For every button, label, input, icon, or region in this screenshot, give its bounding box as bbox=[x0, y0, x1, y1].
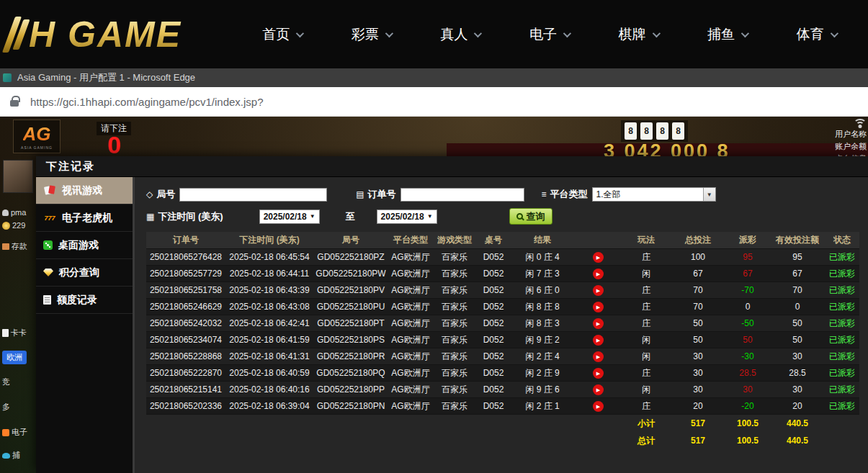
play-icon: ▶ bbox=[596, 321, 600, 326]
bg-menu-item[interactable]: 捕 bbox=[2, 450, 35, 461]
bg-menu-item[interactable]: 229 bbox=[2, 221, 35, 230]
window-titlebar[interactable]: Asia Gaming - 用户配置 1 - Microsoft Edge bbox=[0, 68, 868, 87]
column-header: 总投注 bbox=[671, 234, 725, 246]
bg-menu-item[interactable]: 竞 bbox=[2, 377, 35, 387]
chevron-down-icon bbox=[652, 29, 660, 37]
info-label: 账户余额 bbox=[835, 141, 867, 152]
site-favicon-icon bbox=[3, 73, 12, 82]
column-header: 平台类型 bbox=[388, 234, 433, 246]
order-number-input[interactable] bbox=[401, 188, 524, 202]
calendar-icon: ▦ bbox=[146, 212, 154, 222]
dropdown-arrow-icon[interactable]: ▼ bbox=[703, 188, 715, 201]
table-row: 250218065202336 2025-02-18 06:39:04 GD05… bbox=[146, 398, 859, 415]
platform-type-select[interactable]: 1.全部 ▼ bbox=[592, 187, 716, 202]
bg-menu-item[interactable]: pma bbox=[2, 208, 35, 217]
column-header: 订单号 bbox=[146, 234, 225, 246]
play-video-button[interactable]: ▶ bbox=[593, 401, 604, 412]
play-icon: ▶ bbox=[596, 255, 600, 260]
search-button[interactable]: 查询 bbox=[509, 208, 552, 225]
play-video-button[interactable]: ▶ bbox=[593, 384, 604, 395]
play-icon: ▶ bbox=[596, 338, 600, 343]
wifi-icon bbox=[854, 119, 867, 127]
table-row: 250218065246629 2025-02-18 06:43:08 GD05… bbox=[146, 299, 859, 315]
table-row: 250218065251758 2025-02-18 06:43:39 GD05… bbox=[146, 282, 859, 299]
modal-sidebar: 视讯游戏 电子老虎机 桌面游戏 积分查询 额度记录 bbox=[36, 177, 135, 473]
table-row: 250218065234074 2025-02-18 06:41:59 GD05… bbox=[146, 332, 859, 348]
play-video-button[interactable]: ▶ bbox=[593, 302, 604, 312]
doc-icon bbox=[43, 295, 51, 305]
play-video-button[interactable]: ▶ bbox=[593, 252, 604, 263]
playing-card: 8 bbox=[672, 122, 684, 140]
bet-records-modal: 下注记录 视讯游戏 电子老虎机 桌面游戏 积分查询 额度记录 ◇ 局号 bbox=[36, 156, 868, 473]
play-icon: ▶ bbox=[596, 271, 600, 276]
slots-icon bbox=[43, 215, 56, 222]
fish-icon bbox=[2, 453, 10, 459]
filter-row-2: ▦ 下注时间 (美东) 2025/02/18 至 2025/02/18 查询 bbox=[146, 208, 862, 225]
sidebar-item-gem[interactable]: 积分查询 bbox=[36, 259, 133, 287]
chevron-down-icon bbox=[563, 29, 571, 37]
info-label: 用户名称 bbox=[835, 129, 867, 140]
play-video-button[interactable]: ▶ bbox=[593, 351, 604, 362]
playing-card: 8 bbox=[640, 122, 653, 140]
nav-item[interactable]: 捕鱼 bbox=[707, 25, 747, 44]
records-content: ◇ 局号 ▤ 订单号 ≡ 平台类型 bbox=[135, 177, 868, 473]
bet-time-label: ▦ 下注时间 (美东) bbox=[146, 210, 223, 223]
date-from-select[interactable]: 2025/02/18 bbox=[259, 210, 320, 224]
person-icon bbox=[2, 210, 9, 216]
to-label: 至 bbox=[346, 210, 355, 223]
playing-card: 8 bbox=[625, 122, 637, 140]
bg-menu-item[interactable]: 存款 bbox=[2, 241, 35, 252]
chevron-down-icon bbox=[296, 29, 304, 37]
round-number-input[interactable] bbox=[179, 188, 327, 202]
sidebar-item-dice[interactable]: 桌面游戏 bbox=[36, 232, 133, 259]
order-number-label: ▤ 订单号 bbox=[356, 188, 395, 201]
date-to-select[interactable]: 2025/02/18 bbox=[377, 210, 437, 224]
play-video-button[interactable]: ▶ bbox=[593, 368, 604, 379]
records-tbody: 250218065276428 2025-02-18 06:45:54 GD05… bbox=[146, 249, 859, 415]
chevron-down-icon bbox=[385, 29, 393, 37]
box-icon bbox=[2, 243, 9, 250]
play-icon: ▶ bbox=[596, 305, 600, 310]
nav-item[interactable]: 棋牌 bbox=[619, 25, 658, 44]
nav-item[interactable]: 电子 bbox=[529, 25, 569, 44]
modal-body: 视讯游戏 电子老虎机 桌面游戏 积分查询 额度记录 ◇ 局号 ▤ bbox=[36, 177, 868, 473]
card-icon bbox=[2, 329, 9, 337]
play-video-button[interactable]: ▶ bbox=[593, 318, 604, 329]
chevron-down-icon bbox=[830, 29, 838, 37]
bg-menu-item[interactable]: 电子 bbox=[2, 427, 35, 438]
nav-item[interactable]: 首页 bbox=[262, 25, 302, 44]
dealer-cards: 8888 bbox=[621, 120, 688, 142]
playing-card: 8 bbox=[656, 122, 668, 140]
bg-menu-item[interactable]: 多 bbox=[2, 402, 35, 413]
window-title: Asia Gaming - 用户配置 1 - Microsoft Edge bbox=[17, 71, 195, 84]
bg-menu-item[interactable]: 卡卡 bbox=[2, 328, 35, 338]
dice-icon bbox=[43, 240, 53, 250]
play-video-button[interactable]: ▶ bbox=[593, 335, 604, 346]
nav-item[interactable]: 彩票 bbox=[352, 25, 391, 44]
lock-icon[interactable] bbox=[10, 100, 19, 107]
table-row: 250218065222870 2025-02-18 06:40:59 GD05… bbox=[146, 365, 859, 382]
list-icon: ≡ bbox=[542, 189, 547, 199]
nav-item[interactable]: 体育 bbox=[797, 25, 836, 44]
nav-item[interactable]: 真人 bbox=[440, 25, 480, 44]
play-icon: ▶ bbox=[596, 371, 600, 376]
column-header: 局号 bbox=[313, 234, 388, 246]
tag-icon: ◇ bbox=[146, 189, 153, 199]
play-icon: ▶ bbox=[596, 387, 600, 392]
url-text[interactable]: https://gci.1hhapi.com/agingame/pcv1/ind… bbox=[30, 96, 264, 108]
subtotal-row: 小计 517 100.5 440.5 bbox=[146, 415, 859, 432]
sidebar-item-slots[interactable]: 电子老虎机 bbox=[36, 204, 133, 232]
address-bar[interactable]: https://gci.1hhapi.com/agingame/pcv1/ind… bbox=[0, 87, 868, 117]
play-video-button[interactable]: ▶ bbox=[593, 285, 604, 296]
ag-logo: AG ASIA GAMING bbox=[13, 120, 61, 153]
column-header: 派彩 bbox=[725, 234, 770, 246]
game-background: AG ASIA GAMING 请下注 0 8888 3 042 000 8 用户… bbox=[0, 117, 868, 473]
search-icon bbox=[516, 213, 523, 220]
hgame-logo[interactable]: H GAME bbox=[0, 14, 238, 55]
sidebar-item-cards[interactable]: 视讯游戏 bbox=[36, 177, 133, 204]
left-strip: pma 229 存款 卡卡 欧洲 竞 多 电子 捕 bbox=[0, 156, 36, 473]
modal-title: 下注记录 bbox=[36, 156, 868, 177]
play-video-button[interactable]: ▶ bbox=[593, 269, 604, 279]
bg-menu-item[interactable]: 欧洲 bbox=[2, 351, 27, 364]
sidebar-item-doc[interactable]: 额度记录 bbox=[36, 287, 133, 314]
